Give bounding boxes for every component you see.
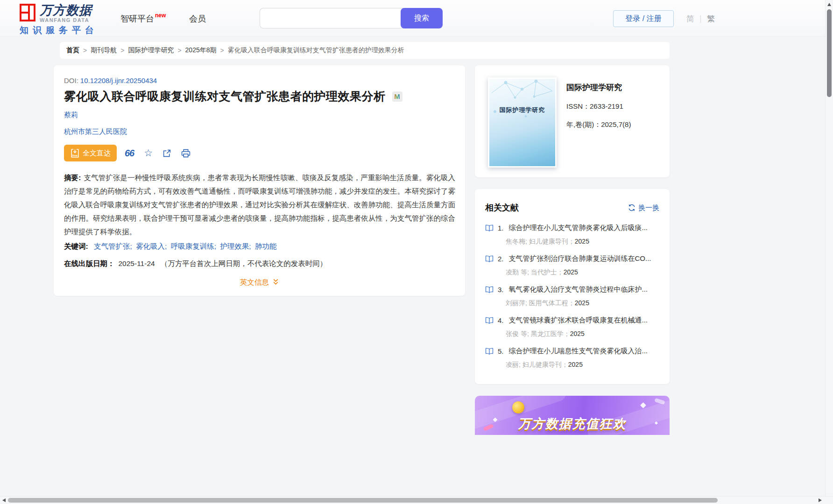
breadcrumb-journal[interactable]: 国际护理学研究 [128, 46, 174, 55]
abstract-text: 支气管扩张是一种慢性呼吸系统疾病，患者常表现为长期慢性咳嗽、咳痰及反复感染，严重… [64, 174, 455, 236]
online-date-value: 2025-11-24 [119, 259, 155, 267]
double-chevron-down-icon [271, 278, 279, 286]
doi-link[interactable]: 10.12208/j.ijnr.20250434 [80, 77, 157, 84]
article-card: DOI:10.12208/j.ijnr.20250434 雾化吸入联合呼吸康复训… [54, 65, 465, 296]
brand-name-cn: 万方数据 [40, 4, 92, 17]
share-export-icon[interactable] [162, 149, 171, 158]
nav-item-member[interactable]: 会员 [189, 13, 206, 24]
favorite-star-icon[interactable]: ☆ [144, 148, 153, 158]
related-item-meta: 凌丽; 妇儿健康导刊；2025 [506, 361, 662, 369]
vertical-scrollbar-thumb[interactable] [827, 9, 832, 97]
related-articles-title: 相关文献 [485, 202, 519, 213]
related-item-link[interactable]: 2. 支气管扩张剂治疗联合肺康复运动训练在CO... [485, 254, 662, 263]
lang-simplified[interactable]: 简 [686, 14, 694, 24]
print-icon[interactable] [181, 149, 191, 158]
breadcrumb-journal-nav[interactable]: 期刊导航 [91, 46, 117, 55]
keyword-link[interactable]: 支气管扩张 [94, 242, 130, 250]
keyword-link[interactable]: 雾化吸入 [136, 242, 165, 250]
related-item: 5. 综合护理在小儿喘息性支气管炎雾化吸入治... 凌丽; 妇儿健康导刊；202… [485, 347, 662, 378]
scroll-up-arrow[interactable] [827, 3, 831, 6]
breadcrumb-issue[interactable]: 2025年8期 [185, 46, 217, 55]
search-button[interactable]: 搜索 [401, 8, 443, 28]
sparkle-icon [640, 402, 646, 408]
recharge-promo-banner[interactable]: 万方数据充值狂欢 [475, 396, 670, 435]
breadcrumb-separator: > [120, 47, 124, 54]
abstract: 摘要:支气管扩张是一种慢性呼吸系统疾病，患者常表现为长期慢性咳嗽、咳痰及反复感染… [64, 171, 455, 238]
journal-card: 国际护理学研究 国际护理学研究 ISSN：2633-2191 年,卷(期)：20… [475, 65, 670, 177]
keyword-link[interactable]: 呼吸康复训练 [171, 242, 214, 250]
svg-text:free: free [72, 154, 78, 157]
refresh-icon [628, 204, 635, 211]
related-item-meta: 刘丽萍; 医用气体工程；2025 [506, 299, 662, 308]
medical-badge-icon[interactable]: M [392, 91, 402, 102]
breadcrumb-current: 雾化吸入联合呼吸康复训练对支气管扩张患者的护理效果分析 [228, 46, 404, 55]
related-item-meta: 张俊 等; 黑龙江医学；2025 [506, 330, 662, 338]
related-item-link[interactable]: 3. 氧气雾化吸入治疗支气管肺炎过程中临床护... [485, 285, 662, 294]
cover-network-decoration [489, 79, 555, 123]
related-item: 3. 氧气雾化吸入治疗支气管肺炎过程中临床护... 刘丽萍; 医用气体工程；20… [485, 285, 662, 316]
related-item-link[interactable]: 1. 综合护理在小儿支气管肺炎雾化吸入后吸痰... [485, 224, 662, 232]
fulltext-access-button[interactable]: free 全文直达 [64, 145, 117, 161]
book-icon [485, 224, 494, 231]
book-icon [485, 286, 494, 293]
journal-volume-row: 年,卷(期)：2025,7(8) [566, 120, 631, 129]
refresh-related-button[interactable]: 换一换 [628, 203, 659, 212]
journal-cover-title: 国际护理学研究 [489, 106, 555, 114]
related-item: 1. 综合护理在小儿支气管肺炎雾化吸入后吸痰... 焦冬梅; 妇儿健康导刊；20… [485, 224, 662, 254]
volume-value: 2025,7(8) [601, 120, 631, 128]
scroll-left-arrow[interactable] [2, 498, 6, 502]
header: 万方数据 WANFANG DATA 知识服务平台 智研平台new 会员 搜索 登… [0, 0, 825, 36]
breadcrumb-separator: > [177, 47, 181, 54]
free-download-icon: free [70, 148, 80, 158]
related-item: 2. 支气管扩张剂治疗联合肺康复运动训练在CO... 凌勤 等; 当代护士；20… [485, 254, 662, 285]
issn-value: 2633-2191 [590, 102, 623, 110]
breadcrumb-home[interactable]: 首页 [66, 46, 79, 55]
doi-row: DOI:10.12208/j.ijnr.20250434 [64, 77, 157, 84]
search-bar: 搜索 [260, 8, 443, 28]
keywords-row: 关键词: 支气管扩张; 雾化吸入; 呼吸康复训练; 护理效果; 肺功能 [64, 242, 276, 252]
doi-label: DOI: [64, 77, 78, 84]
author-link[interactable]: 蔡莉 [64, 111, 78, 119]
gold-coin-icon [512, 401, 524, 413]
wanfang-logo-icon [20, 4, 35, 21]
search-input[interactable] [260, 8, 404, 28]
breadcrumb: 首页 > 期刊导航 > 国际护理学研究 > 2025年8期 > 雾化吸入联合呼吸… [60, 42, 670, 59]
keyword-link[interactable]: 肺功能 [255, 242, 277, 250]
article-title: 雾化吸入联合呼吸康复训练对支气管扩张患者的护理效果分析 [64, 89, 386, 104]
action-bar: free 全文直达 66 ☆ [64, 145, 191, 161]
english-info-toggle[interactable]: 英文信息 [54, 278, 465, 287]
new-badge: new [155, 12, 166, 19]
abstract-label: 摘要: [64, 174, 81, 182]
volume-label: 年,卷(期)： [566, 120, 601, 128]
horizontal-scrollbar[interactable] [0, 496, 833, 504]
keyword-link[interactable]: 护理效果 [220, 242, 249, 250]
cite-quote-icon[interactable]: 66 [125, 148, 134, 159]
nav-item-zhiyan-platform[interactable]: 智研平台new [120, 13, 166, 24]
book-icon [485, 348, 494, 355]
online-date-label: 在线出版日期： [64, 259, 115, 267]
affiliation-link[interactable]: 杭州市第三人民医院 [64, 127, 127, 136]
related-item: 4. 支气管镜球囊扩张术联合呼吸康复在机械通... 张俊 等; 黑龙江医学；20… [485, 316, 662, 347]
online-publish-date-row: 在线出版日期：2025-11-24（万方平台首次上网日期，不代表论文的发表时间） [64, 259, 327, 269]
related-item-link[interactable]: 5. 综合护理在小儿喘息性支气管炎雾化吸入治... [485, 347, 662, 356]
related-item-link[interactable]: 4. 支气管镜球囊扩张术联合呼吸康复在机械通... [485, 316, 662, 325]
breadcrumb-separator: > [220, 47, 224, 54]
lang-traditional[interactable]: 繁 [707, 14, 715, 24]
login-register-button[interactable]: 登录 / 注册 [613, 10, 674, 27]
online-date-note: （万方平台首次上网日期，不代表论文的发表时间） [161, 259, 327, 267]
issn-label: ISSN： [566, 102, 590, 110]
journal-name[interactable]: 国际护理学研究 [566, 82, 631, 93]
horizontal-scrollbar-thumb[interactable] [8, 498, 718, 503]
brand-subtitle: 知识服务平台 [20, 24, 98, 36]
related-articles-card: 相关文献 换一换 1. 综合护理在小儿支气管肺炎雾化吸入后吸痰... 焦冬梅; … [475, 189, 670, 384]
wanfang-logo[interactable]: 万方数据 WANFANG DATA 知识服务平台 [20, 4, 98, 36]
banner-text: 万方数据充值狂欢 [475, 415, 670, 432]
related-item-meta: 凌勤 等; 当代护士；2025 [506, 268, 662, 277]
vertical-scrollbar[interactable] [825, 0, 833, 496]
scroll-right-arrow[interactable] [819, 498, 822, 502]
book-icon [485, 255, 494, 262]
keywords-label: 关键词: [64, 242, 88, 250]
breadcrumb-separator: > [83, 47, 87, 54]
journal-cover[interactable]: 国际护理学研究 [488, 77, 557, 168]
book-icon [485, 317, 494, 324]
